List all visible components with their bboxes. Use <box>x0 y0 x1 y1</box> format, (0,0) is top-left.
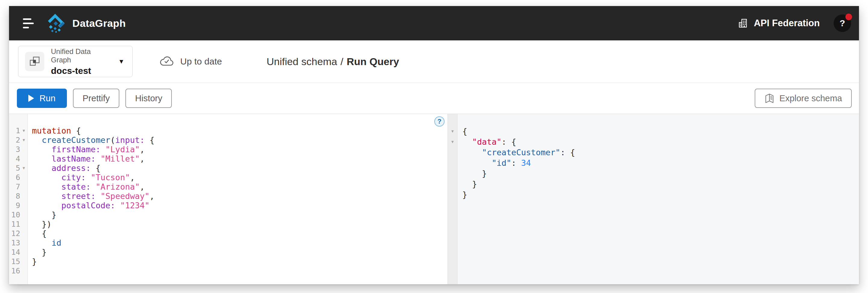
line-number: 14 <box>11 248 20 257</box>
actions-bar: Run Prettify History Explore schema <box>9 83 859 114</box>
overlapping-squares-icon <box>25 52 44 71</box>
sync-status: Up to date <box>159 56 222 67</box>
help-button[interactable]: ? <box>834 14 851 32</box>
fold-marker-icon[interactable]: ▼ <box>20 129 27 133</box>
code-line: street: "Speedway", <box>32 192 447 201</box>
menu-button[interactable] <box>23 19 34 28</box>
fold-marker-icon[interactable]: ▼ <box>449 129 456 133</box>
fold-marker-icon[interactable]: ▼ <box>20 138 27 142</box>
line-number: 9 <box>16 201 20 210</box>
line-number: 6 <box>16 173 20 182</box>
code-line: { <box>32 229 447 238</box>
code-line: { <box>462 126 859 137</box>
open-book-icon <box>764 93 775 104</box>
line-number: 4 <box>16 154 20 163</box>
line-number: 11 <box>11 220 20 229</box>
brand-title: DataGraph <box>72 18 126 29</box>
explore-schema-label: Explore schema <box>779 93 842 104</box>
breadcrumb-separator: / <box>341 56 343 67</box>
prettify-button-label: Prettify <box>83 93 110 104</box>
code-line <box>32 266 447 275</box>
api-federation-nav[interactable]: API Federation <box>736 17 822 29</box>
result-viewer-code: { "data": { "createCustomer": { "id": 34… <box>458 114 859 284</box>
graph-selector-dropdown[interactable]: Unified Data Graph docs-test ▼ <box>18 46 133 77</box>
run-button[interactable]: Run <box>17 89 67 108</box>
code-line: "id": 34 <box>462 158 859 168</box>
line-number: 7 <box>16 182 20 191</box>
query-editor-gutter: 1▼2▼345▼678910111213141516 <box>9 114 28 284</box>
graph-type-label: Unified Data Graph <box>51 47 112 64</box>
app-header: DataGraph API Federation ? <box>9 6 859 40</box>
line-number: 12 <box>11 229 20 238</box>
line-number: 8 <box>16 192 20 201</box>
code-line: mutation { <box>32 126 447 135</box>
app-window: DataGraph API Federation ? <box>9 6 859 284</box>
code-line: address: { <box>32 164 447 173</box>
code-line: } <box>462 168 859 179</box>
code-line: lastName: "Millet", <box>32 154 447 164</box>
query-workspace: 1▼2▼345▼678910111213141516 mutation { cr… <box>9 114 859 284</box>
code-line: state: "Arizona", <box>32 182 447 192</box>
line-number: 10 <box>11 210 20 219</box>
line-number: 5 <box>16 164 20 172</box>
code-line: } <box>32 210 447 219</box>
result-viewer-gutter: ▼▼ <box>448 114 458 284</box>
enterprise-building-icon <box>738 18 749 29</box>
code-line: }) <box>32 219 447 229</box>
notification-dot-icon <box>845 13 852 20</box>
breadcrumb-parent[interactable]: Unified schema <box>267 56 337 67</box>
code-line: id <box>32 238 447 247</box>
editor-help-button[interactable]: ? <box>434 116 444 126</box>
line-number: 3 <box>16 145 20 154</box>
code-line: } <box>462 189 859 200</box>
graph-name: docs-test <box>51 66 112 76</box>
breadcrumb-current: Run Query <box>347 56 399 67</box>
line-number: 2 <box>16 136 20 144</box>
query-editor-code[interactable]: mutation { createCustomer(input: { first… <box>28 114 447 284</box>
question-mark-icon: ? <box>437 118 441 125</box>
fold-marker-icon[interactable]: ▼ <box>449 140 456 144</box>
run-button-label: Run <box>39 93 56 104</box>
chevron-down-icon: ▼ <box>118 58 124 65</box>
line-number: 16 <box>11 266 20 275</box>
line-number: 13 <box>11 238 20 247</box>
api-federation-label: API Federation <box>754 18 820 29</box>
code-line: postalCode: "1234" <box>32 201 447 210</box>
code-line: } <box>462 179 859 189</box>
prettify-button[interactable]: Prettify <box>73 89 119 108</box>
code-line: } <box>32 257 447 266</box>
query-editor[interactable]: 1▼2▼345▼678910111213141516 mutation { cr… <box>9 114 448 284</box>
history-button[interactable]: History <box>125 89 172 108</box>
fold-marker-icon[interactable]: ▼ <box>20 166 27 170</box>
code-line: } <box>32 247 447 257</box>
sync-status-label: Up to date <box>180 56 222 67</box>
history-button-label: History <box>135 93 162 104</box>
code-line: city: "Tucson", <box>32 173 447 182</box>
play-icon <box>28 95 34 102</box>
result-viewer: ▼▼ { "data": { "createCustomer": { "id":… <box>448 114 859 284</box>
code-line: "createCustomer": { <box>462 147 859 158</box>
question-mark-icon: ? <box>840 18 845 28</box>
line-number: 15 <box>11 257 20 266</box>
code-line: "data": { <box>462 137 859 147</box>
line-number: 1 <box>16 126 20 135</box>
datagraph-logo-icon <box>46 13 66 33</box>
code-line: firstName: "Lydia", <box>32 145 447 154</box>
explore-schema-button[interactable]: Explore schema <box>755 89 852 108</box>
cloud-check-icon <box>159 56 175 67</box>
breadcrumb: Unified schema / Run Query <box>267 56 399 67</box>
context-toolbar: Unified Data Graph docs-test ▼ Up to dat… <box>9 40 859 83</box>
code-line: createCustomer(input: { <box>32 135 447 145</box>
